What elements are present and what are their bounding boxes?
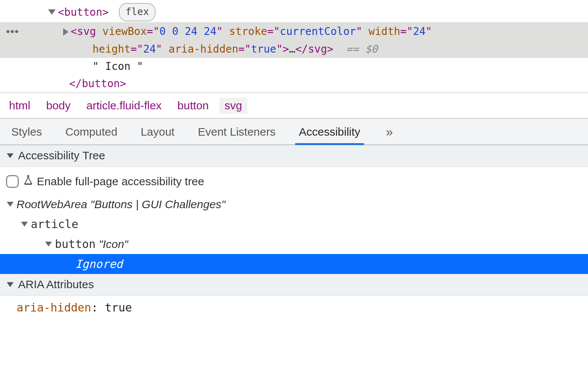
breadcrumb-item[interactable]: article.fluid-flex	[86, 99, 162, 112]
dom-node-button-close[interactable]: </button>	[0, 75, 588, 92]
enable-full-page-tree-row[interactable]: Enable full-page accessibility tree	[0, 171, 588, 194]
dom-text-node[interactable]: " Icon "	[0, 58, 588, 75]
console-ref: == $0	[346, 43, 377, 55]
tab-accessibility[interactable]: Accessibility	[297, 119, 362, 144]
text-node-content: " Icon "	[92, 60, 143, 73]
svg-close: </svg>	[295, 43, 333, 55]
chevron-down-icon	[7, 282, 14, 287]
breadcrumb-item[interactable]: body	[46, 99, 71, 112]
panel-tabs: StylesComputedLayoutEvent ListenersAcces…	[0, 118, 588, 145]
breadcrumb-item[interactable]: button	[177, 99, 209, 112]
ignored-label: Ignored	[75, 256, 123, 272]
chevron-down-icon	[7, 202, 14, 207]
tag-button-open: <button>	[58, 6, 109, 18]
flex-badge[interactable]: flex	[119, 3, 156, 21]
tag-button-close: </button>	[69, 77, 126, 90]
svg-ellipsis: …	[289, 43, 296, 55]
section-title: ARIA Attributes	[18, 278, 94, 291]
accessible-name: "Buttons | GUI Challenges"	[90, 196, 225, 213]
a11y-node-button[interactable]: button "Icon"	[0, 234, 588, 254]
section-title: Accessibility Tree	[18, 149, 105, 162]
chevron-down-icon	[21, 222, 28, 227]
enable-label: Enable full-page accessibility tree	[37, 175, 204, 188]
dom-node-svg-cont[interactable]: height="24" aria-hidden="true">…</svg> =…	[0, 41, 588, 58]
aria-attributes-list: aria-hidden: true	[0, 296, 588, 320]
dom-node-button-open[interactable]: <button> flex	[0, 2, 588, 22]
breadcrumb-item[interactable]: svg	[219, 98, 247, 113]
flask-icon	[23, 174, 34, 188]
a11y-node-article[interactable]: article	[0, 214, 588, 234]
dom-tree: <button> flex ••• <svg viewBox="0 0 24 2…	[0, 0, 588, 92]
role: article	[31, 216, 78, 233]
a11y-node-root[interactable]: RootWebArea "Buttons | GUI Challenges"	[0, 194, 588, 214]
role: button	[55, 236, 95, 253]
tab-layout[interactable]: Layout	[139, 119, 176, 144]
tab-styles[interactable]: Styles	[10, 119, 44, 144]
accessible-name: "Icon"	[99, 236, 128, 253]
a11y-node-ignored[interactable]: Ignored	[0, 254, 588, 274]
ellipsis-icon[interactable]: •••	[6, 23, 19, 40]
tabs-overflow[interactable]: »	[382, 120, 397, 144]
tab-event-listeners[interactable]: Event Listeners	[196, 119, 277, 144]
svg-open: <svg	[71, 25, 96, 38]
role: RootWebArea	[17, 198, 87, 210]
disclosure-triangle-icon[interactable]	[48, 9, 56, 15]
disclosure-triangle-icon[interactable]	[63, 28, 68, 36]
section-header-accessibility-tree[interactable]: Accessibility Tree	[0, 145, 588, 167]
accessibility-tree-body: Enable full-page accessibility tree Root…	[0, 167, 588, 274]
aria-attribute-row: aria-hidden: true	[0, 296, 588, 320]
tab-computed[interactable]: Computed	[64, 119, 119, 144]
breadcrumb-item[interactable]: html	[9, 99, 30, 112]
checkbox[interactable]	[6, 175, 19, 188]
dom-node-svg[interactable]: ••• <svg viewBox="0 0 24 24" stroke="cur…	[0, 22, 588, 41]
chevron-down-icon	[7, 153, 14, 158]
section-header-aria-attributes[interactable]: ARIA Attributes	[0, 274, 588, 296]
chevron-down-icon	[45, 242, 52, 246]
dom-breadcrumb: htmlbodyarticle.fluid-flexbuttonsvg	[0, 92, 588, 118]
